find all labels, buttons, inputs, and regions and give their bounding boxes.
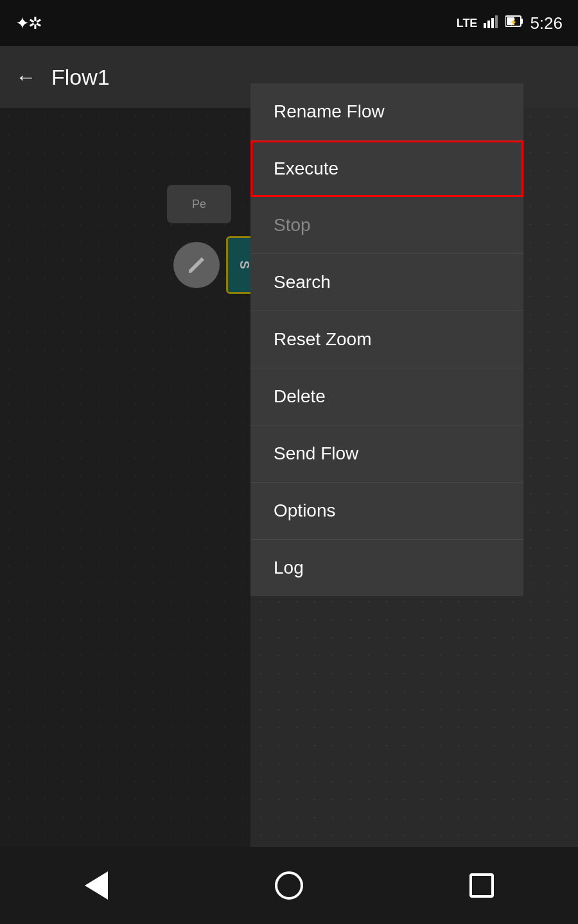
back-triangle-icon xyxy=(85,871,108,900)
lte-indicator: LTE xyxy=(457,17,478,30)
magic-icon: ✦✲ xyxy=(15,13,41,33)
status-bar: ✦✲ LTE ⚡ 5:26 xyxy=(0,0,578,46)
flow-title: Flow1 xyxy=(51,65,110,90)
svg-rect-3 xyxy=(495,15,498,28)
signal-icon xyxy=(484,15,499,31)
menu-item-log[interactable]: Log xyxy=(250,540,523,596)
svg-rect-5 xyxy=(521,19,523,24)
menu-item-send-flow[interactable]: Send Flow xyxy=(250,425,523,483)
status-time: 5:26 xyxy=(530,13,563,33)
menu-item-delete[interactable]: Delete xyxy=(250,368,523,425)
svg-rect-0 xyxy=(484,23,486,28)
nav-back-button[interactable] xyxy=(71,860,122,911)
canvas-overlay xyxy=(0,108,250,847)
menu-item-stop: Stop xyxy=(250,197,523,254)
status-bar-right: LTE ⚡ 5:26 xyxy=(457,13,563,33)
svg-rect-1 xyxy=(487,21,490,28)
svg-text:⚡: ⚡ xyxy=(509,18,518,26)
menu-item-execute[interactable]: Execute xyxy=(250,141,523,197)
svg-rect-2 xyxy=(491,18,494,28)
recents-square-icon xyxy=(469,873,494,898)
navigation-bar xyxy=(0,847,578,924)
menu-item-search[interactable]: Search xyxy=(250,254,523,311)
back-button[interactable]: ← xyxy=(15,65,36,89)
menu-item-reset-zoom[interactable]: Reset Zoom xyxy=(250,311,523,368)
status-bar-left: ✦✲ xyxy=(15,13,41,33)
home-circle-icon xyxy=(275,871,303,900)
battery-icon: ⚡ xyxy=(505,15,523,31)
nav-recents-button[interactable] xyxy=(456,860,507,911)
menu-item-options[interactable]: Options xyxy=(250,483,523,540)
menu-item-rename-flow[interactable]: Rename Flow xyxy=(250,83,523,141)
nav-home-button[interactable] xyxy=(263,860,315,911)
context-menu: Rename Flow Execute Stop Search Reset Zo… xyxy=(250,83,523,596)
